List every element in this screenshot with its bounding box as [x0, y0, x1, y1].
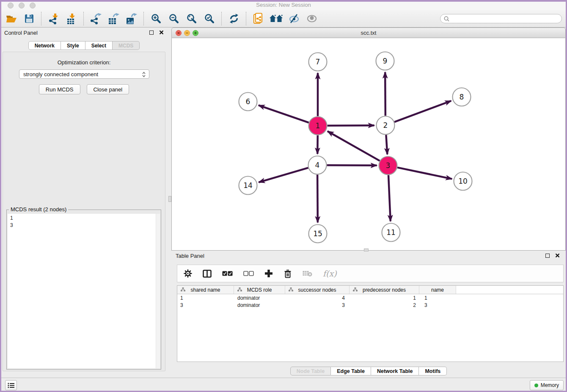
tab-network[interactable]: Network — [28, 41, 61, 50]
tab-mcds[interactable]: MCDS — [113, 41, 140, 50]
toolbar-separator — [246, 12, 247, 25]
list-icon — [8, 383, 14, 388]
control-panel-title: Control Panel — [4, 30, 38, 36]
show-panels-button[interactable] — [5, 380, 17, 390]
table-panel: Table Panel — [171, 251, 566, 378]
plus-icon — [264, 269, 273, 278]
graph-edge-3-11[interactable] — [388, 175, 391, 221]
node-table: shared name MCDS role successor nodes — [177, 285, 564, 362]
graph-edge-2-9[interactable] — [385, 72, 385, 116]
delete-column-button[interactable] — [284, 269, 292, 278]
table-toolbar: f(x) — [177, 265, 564, 282]
delete-table-button[interactable] — [303, 270, 312, 277]
graph-edge-4-15[interactable] — [317, 174, 318, 222]
close-panel-icon[interactable] — [159, 30, 164, 35]
import-table-button[interactable] — [63, 11, 80, 26]
zoom-out-icon — [169, 14, 179, 24]
tab-select[interactable]: Select — [85, 41, 113, 50]
unchecked-boxes-icon — [243, 271, 254, 276]
splitter-grip-horizontal[interactable] — [364, 248, 369, 251]
main-titlebar: Session: New Session — [0, 0, 567, 10]
table-row[interactable]: 1 dominator 4 1 1 — [177, 294, 563, 301]
mcds-panel: Optimization criterion: strongly connect… — [3, 52, 165, 371]
save-session-button[interactable] — [20, 11, 38, 26]
export-table-button[interactable] — [105, 11, 123, 26]
column-header-mcds-role[interactable]: MCDS role — [234, 286, 285, 294]
network-window-titlebar[interactable]: scc.txt — [171, 28, 566, 38]
table-row[interactable]: 3 dominator 3 2 3 — [177, 301, 563, 309]
graph-edge-3-1[interactable] — [328, 131, 380, 161]
run-mcds-button[interactable]: Run MCDS — [39, 84, 80, 94]
splitter-grip-vertical[interactable] — [168, 196, 171, 202]
table-settings-button[interactable] — [184, 269, 192, 278]
double-house-icon — [269, 14, 284, 23]
deselect-all-button[interactable] — [243, 271, 254, 276]
graph-edge-1-2[interactable] — [327, 125, 374, 126]
control-panel: Control Panel Network Style Select MCDS … — [0, 28, 168, 378]
result-scrollbar[interactable] — [156, 214, 160, 368]
export-network-button[interactable] — [87, 11, 105, 26]
float-table-panel-icon[interactable] — [545, 254, 550, 258]
cell-name: 3 — [419, 302, 456, 308]
float-panel-icon[interactable] — [149, 30, 154, 35]
network-document-icon — [253, 13, 264, 25]
search-box[interactable] — [440, 14, 562, 23]
columns-icon — [203, 270, 212, 278]
create-column-button[interactable] — [264, 269, 273, 278]
network-canvas[interactable]: 1234678910111415 — [171, 38, 566, 251]
search-input[interactable] — [451, 15, 558, 22]
cell-successor-nodes: 4 — [285, 295, 350, 301]
zoom-selected-button[interactable] — [201, 11, 218, 26]
cell-mcds-role: dominator — [234, 295, 285, 301]
tab-edge-table[interactable]: Edge Table — [331, 367, 371, 375]
zoom-out-button[interactable] — [165, 11, 183, 26]
function-builder-button[interactable]: f(x) — [323, 269, 337, 278]
show-columns-button[interactable] — [203, 270, 212, 278]
export-image-button[interactable] — [123, 11, 140, 26]
open-session-button[interactable] — [3, 11, 20, 26]
select-all-button[interactable] — [222, 271, 233, 276]
graph-node-label-11: 11 — [386, 228, 396, 237]
apply-layout-button[interactable] — [225, 11, 243, 26]
network-graph[interactable]: 1234678910111415 — [172, 38, 565, 250]
zoom-in-button[interactable] — [147, 11, 165, 26]
show-all-button[interactable] — [303, 11, 321, 26]
zoom-fit-button[interactable] — [183, 11, 201, 26]
graph-edge-3-10[interactable] — [397, 168, 452, 179]
graph-edge-4-3[interactable] — [327, 165, 377, 166]
graph-edge-1-6[interactable] — [259, 105, 309, 123]
hide-selected-button[interactable] — [285, 11, 303, 26]
column-header-shared-name[interactable]: shared name — [177, 286, 234, 294]
optimization-criterion-select[interactable]: strongly connected component — [19, 69, 149, 79]
graph-edge-4-14[interactable] — [259, 168, 308, 182]
column-header-successor-nodes[interactable]: successor nodes — [285, 286, 350, 294]
mcds-result-textarea[interactable]: 1 3 — [8, 214, 160, 368]
first-neighbors-button[interactable] — [267, 11, 285, 26]
column-header-name[interactable]: name — [419, 286, 456, 294]
table-header-row: shared name MCDS role successor nodes — [177, 286, 563, 294]
tab-network-table[interactable]: Network Table — [371, 367, 419, 375]
column-type-icon — [289, 287, 293, 292]
new-network-from-selection-button[interactable] — [250, 11, 267, 26]
control-panel-tabs: Network Style Select MCDS — [0, 41, 168, 50]
tab-style[interactable]: Style — [61, 41, 85, 50]
graph-edge-2-8[interactable] — [394, 101, 451, 122]
save-icon — [25, 14, 34, 23]
memory-button[interactable]: Memory — [530, 380, 564, 390]
cell-mcds-role: dominator — [234, 302, 285, 308]
import-network-button[interactable] — [45, 11, 63, 26]
mcds-result-text: 1 3 — [8, 214, 160, 229]
gear-icon — [184, 269, 192, 278]
cell-predecessor-nodes: 2 — [350, 302, 419, 308]
close-panel-button[interactable]: Close panel — [87, 84, 129, 94]
graph-edge-2-3[interactable] — [386, 135, 387, 154]
column-type-icon — [237, 287, 242, 292]
tab-motifs[interactable]: Motifs — [419, 367, 447, 375]
panel-splitter[interactable] — [168, 28, 171, 378]
tab-node-table[interactable]: Node Table — [290, 367, 331, 375]
close-table-panel-icon[interactable] — [555, 253, 560, 258]
cell-name: 1 — [419, 295, 456, 301]
toolbar-separator — [221, 12, 222, 25]
graph-node-label-8: 8 — [460, 93, 464, 101]
column-header-predecessor-nodes[interactable]: predecessor nodes — [350, 286, 419, 294]
